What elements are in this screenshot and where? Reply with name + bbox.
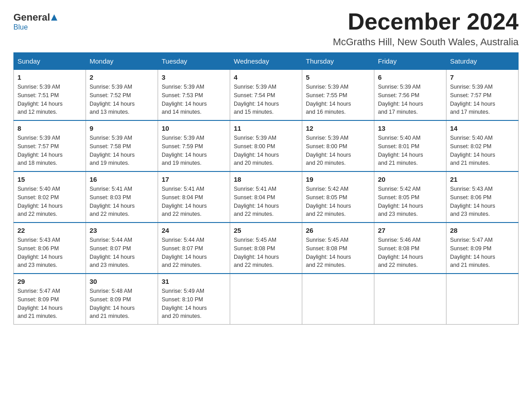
- calendar-cell: 10 Sunrise: 5:39 AM Sunset: 7:59 PM Dayl…: [158, 120, 230, 171]
- day-info: Sunrise: 5:39 AM Sunset: 7:57 PM Dayligh…: [450, 83, 515, 116]
- calendar-cell: 13 Sunrise: 5:40 AM Sunset: 8:01 PM Dayl…: [374, 120, 446, 171]
- day-info: Sunrise: 5:47 AM Sunset: 8:09 PM Dayligh…: [17, 287, 82, 321]
- day-number: 3: [162, 73, 226, 81]
- day-number: 14: [450, 124, 515, 132]
- month-title: December 2024: [333, 9, 519, 34]
- weekday-header-thursday: Thursday: [302, 53, 374, 70]
- title-area: December 2024 McGraths Hill, New South W…: [333, 9, 519, 48]
- calendar-cell: 4 Sunrise: 5:39 AM Sunset: 7:54 PM Dayli…: [230, 70, 302, 121]
- weekday-header-wednesday: Wednesday: [230, 53, 302, 70]
- calendar-cell: [230, 274, 302, 325]
- calendar-cell: 27 Sunrise: 5:46 AM Sunset: 8:08 PM Dayl…: [374, 223, 446, 274]
- day-info: Sunrise: 5:41 AM Sunset: 8:04 PM Dayligh…: [234, 185, 298, 218]
- logo-text: General: [13, 12, 58, 23]
- day-number: 8: [17, 124, 82, 132]
- calendar-cell: 15 Sunrise: 5:40 AM Sunset: 8:02 PM Dayl…: [14, 171, 86, 223]
- calendar-cell: 18 Sunrise: 5:41 AM Sunset: 8:04 PM Dayl…: [230, 171, 302, 223]
- day-info: Sunrise: 5:43 AM Sunset: 8:06 PM Dayligh…: [450, 185, 515, 218]
- calendar-cell: 28 Sunrise: 5:47 AM Sunset: 8:09 PM Dayl…: [446, 223, 519, 274]
- day-number: 12: [306, 124, 370, 132]
- day-number: 5: [306, 73, 370, 81]
- calendar-week-row: 8 Sunrise: 5:39 AM Sunset: 7:57 PM Dayli…: [14, 120, 519, 171]
- logo-general-text: General: [13, 12, 50, 23]
- day-number: 11: [234, 124, 298, 132]
- day-info: Sunrise: 5:39 AM Sunset: 7:51 PM Dayligh…: [17, 83, 82, 116]
- calendar-cell: 24 Sunrise: 5:44 AM Sunset: 8:07 PM Dayl…: [158, 223, 230, 274]
- calendar-cell: [374, 274, 446, 325]
- weekday-header-sunday: Sunday: [14, 53, 86, 70]
- day-info: Sunrise: 5:39 AM Sunset: 8:00 PM Dayligh…: [306, 134, 370, 167]
- day-number: 23: [90, 227, 154, 234]
- day-info: Sunrise: 5:39 AM Sunset: 7:55 PM Dayligh…: [306, 83, 370, 116]
- day-number: 15: [17, 176, 82, 183]
- logo-blue-text: Blue: [13, 23, 28, 31]
- weekday-header-monday: Monday: [86, 53, 158, 70]
- calendar-cell: 25 Sunrise: 5:45 AM Sunset: 8:08 PM Dayl…: [230, 223, 302, 274]
- day-number: 7: [450, 73, 515, 81]
- day-number: 16: [90, 176, 154, 183]
- day-number: 24: [162, 227, 226, 234]
- calendar-cell: 2 Sunrise: 5:39 AM Sunset: 7:52 PM Dayli…: [86, 70, 158, 121]
- day-info: Sunrise: 5:40 AM Sunset: 8:02 PM Dayligh…: [450, 134, 515, 167]
- day-info: Sunrise: 5:49 AM Sunset: 8:10 PM Dayligh…: [162, 287, 226, 321]
- day-info: Sunrise: 5:39 AM Sunset: 7:57 PM Dayligh…: [17, 134, 82, 167]
- day-number: 29: [17, 278, 82, 285]
- calendar-cell: 7 Sunrise: 5:39 AM Sunset: 7:57 PM Dayli…: [446, 70, 519, 121]
- day-number: 2: [90, 73, 154, 81]
- day-number: 9: [90, 124, 154, 132]
- day-number: 30: [90, 278, 154, 285]
- day-info: Sunrise: 5:39 AM Sunset: 7:53 PM Dayligh…: [162, 83, 226, 116]
- day-info: Sunrise: 5:44 AM Sunset: 8:07 PM Dayligh…: [162, 236, 226, 270]
- day-info: Sunrise: 5:46 AM Sunset: 8:08 PM Dayligh…: [378, 236, 442, 270]
- calendar-week-row: 29 Sunrise: 5:47 AM Sunset: 8:09 PM Dayl…: [14, 274, 519, 325]
- day-info: Sunrise: 5:42 AM Sunset: 8:05 PM Dayligh…: [306, 185, 370, 218]
- calendar-cell: [446, 274, 519, 325]
- svg-marker-0: [51, 14, 57, 21]
- day-number: 22: [17, 227, 82, 234]
- day-info: Sunrise: 5:39 AM Sunset: 7:52 PM Dayligh…: [90, 83, 154, 116]
- day-number: 6: [378, 73, 442, 81]
- day-number: 21: [450, 176, 515, 183]
- day-info: Sunrise: 5:41 AM Sunset: 8:03 PM Dayligh…: [90, 185, 154, 218]
- weekday-header-row: SundayMondayTuesdayWednesdayThursdayFrid…: [14, 53, 519, 70]
- day-info: Sunrise: 5:40 AM Sunset: 8:02 PM Dayligh…: [17, 185, 82, 218]
- day-info: Sunrise: 5:42 AM Sunset: 8:05 PM Dayligh…: [378, 185, 442, 218]
- day-info: Sunrise: 5:39 AM Sunset: 8:00 PM Dayligh…: [234, 134, 298, 167]
- day-info: Sunrise: 5:44 AM Sunset: 8:07 PM Dayligh…: [90, 236, 154, 270]
- day-info: Sunrise: 5:43 AM Sunset: 8:06 PM Dayligh…: [17, 236, 82, 270]
- logo: General Blue: [13, 9, 58, 31]
- calendar-cell: 31 Sunrise: 5:49 AM Sunset: 8:10 PM Dayl…: [158, 274, 230, 325]
- day-number: 28: [450, 227, 515, 234]
- calendar-cell: 20 Sunrise: 5:42 AM Sunset: 8:05 PM Dayl…: [374, 171, 446, 223]
- day-number: 25: [234, 227, 298, 234]
- day-info: Sunrise: 5:39 AM Sunset: 7:56 PM Dayligh…: [378, 83, 442, 116]
- day-info: Sunrise: 5:45 AM Sunset: 8:08 PM Dayligh…: [306, 236, 370, 270]
- day-info: Sunrise: 5:39 AM Sunset: 7:58 PM Dayligh…: [90, 134, 154, 167]
- calendar-cell: 9 Sunrise: 5:39 AM Sunset: 7:58 PM Dayli…: [86, 120, 158, 171]
- day-number: 13: [378, 124, 442, 132]
- day-info: Sunrise: 5:48 AM Sunset: 8:09 PM Dayligh…: [90, 287, 154, 321]
- calendar-cell: 3 Sunrise: 5:39 AM Sunset: 7:53 PM Dayli…: [158, 70, 230, 121]
- day-number: 26: [306, 227, 370, 234]
- day-info: Sunrise: 5:45 AM Sunset: 8:08 PM Dayligh…: [234, 236, 298, 270]
- calendar-cell: 23 Sunrise: 5:44 AM Sunset: 8:07 PM Dayl…: [86, 223, 158, 274]
- calendar-cell: 29 Sunrise: 5:47 AM Sunset: 8:09 PM Dayl…: [14, 274, 86, 325]
- calendar-cell: 12 Sunrise: 5:39 AM Sunset: 8:00 PM Dayl…: [302, 120, 374, 171]
- calendar-cell: 16 Sunrise: 5:41 AM Sunset: 8:03 PM Dayl…: [86, 171, 158, 223]
- day-number: 27: [378, 227, 442, 234]
- calendar-cell: 26 Sunrise: 5:45 AM Sunset: 8:08 PM Dayl…: [302, 223, 374, 274]
- calendar-cell: 19 Sunrise: 5:42 AM Sunset: 8:05 PM Dayl…: [302, 171, 374, 223]
- calendar-cell: 14 Sunrise: 5:40 AM Sunset: 8:02 PM Dayl…: [446, 120, 519, 171]
- calendar-table: SundayMondayTuesdayWednesdayThursdayFrid…: [13, 52, 519, 325]
- day-number: 17: [162, 176, 226, 183]
- calendar-week-row: 1 Sunrise: 5:39 AM Sunset: 7:51 PM Dayli…: [14, 70, 519, 121]
- page-header: General Blue December 2024 McGraths Hill…: [13, 9, 519, 48]
- weekday-header-saturday: Saturday: [446, 53, 519, 70]
- calendar-cell: 1 Sunrise: 5:39 AM Sunset: 7:51 PM Dayli…: [14, 70, 86, 121]
- day-info: Sunrise: 5:40 AM Sunset: 8:01 PM Dayligh…: [378, 134, 442, 167]
- calendar-week-row: 22 Sunrise: 5:43 AM Sunset: 8:06 PM Dayl…: [14, 223, 519, 274]
- calendar-cell: 11 Sunrise: 5:39 AM Sunset: 8:00 PM Dayl…: [230, 120, 302, 171]
- day-info: Sunrise: 5:47 AM Sunset: 8:09 PM Dayligh…: [450, 236, 515, 270]
- day-number: 20: [378, 176, 442, 183]
- calendar-cell: 5 Sunrise: 5:39 AM Sunset: 7:55 PM Dayli…: [302, 70, 374, 121]
